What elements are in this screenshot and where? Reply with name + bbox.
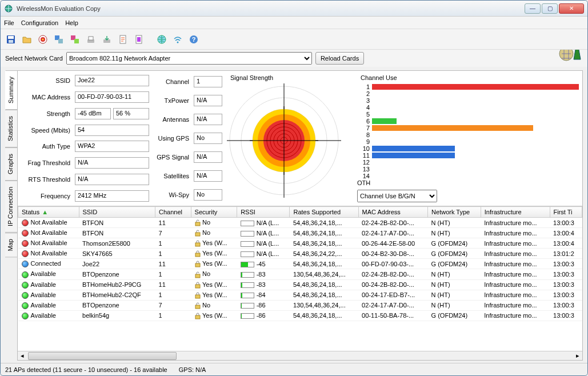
toolbar: ? xyxy=(1,29,587,50)
save-icon[interactable] xyxy=(4,33,18,46)
freq-label: Frequency xyxy=(21,193,73,199)
radio-fields: Channel1 TxPowerN/A AntennasN/A Using GP… xyxy=(154,74,222,202)
open-icon[interactable] xyxy=(20,33,34,46)
tool6-icon[interactable] xyxy=(84,33,98,46)
tool7-icon[interactable] xyxy=(100,33,114,46)
svg-rect-39 xyxy=(195,233,200,236)
tool5-icon[interactable] xyxy=(68,33,82,46)
select-adapter-label: Select Network Card xyxy=(5,55,63,62)
speed-label: Speed (Mbits) xyxy=(21,127,73,134)
help-icon[interactable]: ? xyxy=(187,33,201,46)
status-dot-icon xyxy=(22,313,29,319)
lock-icon xyxy=(194,261,201,267)
adapter-select[interactable]: Broadcom 802.11g Network Adapter xyxy=(66,52,312,65)
rssi-meter xyxy=(241,282,254,288)
frag-value: N/A xyxy=(75,157,149,169)
svg-rect-47 xyxy=(195,315,200,319)
channel-num: 14 xyxy=(357,173,372,179)
col-status[interactable]: Status▲ xyxy=(18,207,79,218)
menu-file[interactable]: File xyxy=(4,19,14,26)
gps-label: Using GPS xyxy=(154,135,191,142)
maximize-button[interactable]: ▢ xyxy=(542,3,558,14)
channel-num: 4 xyxy=(357,104,372,111)
svg-rect-3 xyxy=(9,40,13,43)
channel-value: 1 xyxy=(194,76,222,87)
speed-value: 54 xyxy=(75,125,149,136)
ssid-label: SSID xyxy=(21,77,73,84)
svg-rect-8 xyxy=(58,39,63,43)
col-first-time[interactable]: First Ti xyxy=(550,207,582,218)
signal-radar-icon xyxy=(227,83,341,198)
antennas-label: Antennas xyxy=(154,116,191,123)
table-row[interactable]: AvailableBTHomeHub2-P9CG11Yes (W...-8354… xyxy=(18,279,582,290)
tab-summary[interactable]: Summary xyxy=(5,70,18,110)
horizontal-scrollbar[interactable]: ◂ ▸ xyxy=(18,351,582,360)
globe-icon[interactable] xyxy=(155,33,169,46)
tab-ip-connection[interactable]: IP Connection xyxy=(5,181,18,233)
freq-value: 2412 MHz xyxy=(75,190,149,202)
minimize-button[interactable]: — xyxy=(525,3,541,14)
channel-num: 2 xyxy=(357,90,372,97)
col-security[interactable]: Security xyxy=(191,207,237,218)
channel-num: 8 xyxy=(357,131,372,138)
rssi-meter xyxy=(241,231,254,237)
satellites-label: Satellites xyxy=(154,173,191,179)
tab-map[interactable]: Map xyxy=(5,233,18,257)
app-window: WirelessMon Evaluation Copy — ▢ ✕ File C… xyxy=(0,0,588,376)
rssi-meter xyxy=(241,262,254,267)
table-row[interactable]: AvailableBTOpenzone1No-83130,54,48,36,24… xyxy=(18,269,582,279)
close-button[interactable]: ✕ xyxy=(559,3,584,14)
svg-rect-10 xyxy=(74,39,79,43)
channel-label: Channel xyxy=(154,78,191,85)
connection-fields: SSIDJoe22 MAC Address00-FD-07-90-03-11 S… xyxy=(21,74,149,202)
table-row[interactable]: Not AvailableSKY476651Yes (W...N/A (L...… xyxy=(18,249,582,259)
svg-point-18 xyxy=(177,41,179,43)
tool4-icon[interactable] xyxy=(52,33,66,46)
auth-label: Auth Type xyxy=(21,143,73,150)
channel-bar xyxy=(372,118,397,124)
ap-grid[interactable]: Status▲ SSID Channel Security RSSI Rates… xyxy=(18,206,582,351)
col-mac[interactable]: MAC Address xyxy=(358,207,428,218)
tool9-icon[interactable] xyxy=(132,33,146,46)
table-row[interactable]: AvailableBTOpenzone7No-86130,54,48,36,24… xyxy=(18,300,582,310)
channel-num: 3 xyxy=(357,97,372,104)
menu-help[interactable]: Help xyxy=(65,19,78,26)
svg-rect-38 xyxy=(195,222,200,226)
rssi-meter xyxy=(241,241,254,247)
svg-rect-40 xyxy=(195,243,200,246)
svg-rect-44 xyxy=(195,285,200,288)
table-row[interactable]: Availablebelkin54g1Yes (W...-8654,48,36,… xyxy=(18,310,582,321)
col-rates[interactable]: Rates Supported xyxy=(290,207,358,218)
col-channel[interactable]: Channel xyxy=(155,207,191,218)
channel-num: 13 xyxy=(357,166,372,173)
channel-num: 7 xyxy=(357,125,372,131)
col-ssid[interactable]: SSID xyxy=(79,207,155,218)
strength-dbm: -45 dBm xyxy=(75,108,111,119)
table-row[interactable]: Not AvailableThomson2E58001Yes (W...N/A … xyxy=(18,238,582,249)
summary-panel: SSIDJoe22 MAC Address00-FD-07-90-03-11 S… xyxy=(17,70,583,361)
txpower-label: TxPower xyxy=(154,97,191,104)
tab-statistics[interactable]: Statistics xyxy=(5,110,18,147)
txpower-value: N/A xyxy=(194,95,222,106)
status-dot-icon xyxy=(22,261,29,267)
channel-use-select[interactable]: Channel Use B/G/N xyxy=(357,190,437,202)
table-row[interactable]: ConnectedJoe2211Yes (W...-4554,48,36,24,… xyxy=(18,259,582,269)
antennas-value: N/A xyxy=(194,114,222,125)
svg-rect-2 xyxy=(8,36,14,39)
reload-cards-button[interactable]: Reload Cards xyxy=(315,52,364,65)
col-rssi[interactable]: RSSI xyxy=(237,207,290,218)
wifi-icon[interactable] xyxy=(171,33,185,46)
table-row[interactable]: AvailableBTHomeHub2-C2QF1Yes (W...-8454,… xyxy=(18,290,582,300)
tab-graphs[interactable]: Graphs xyxy=(5,147,18,181)
target-icon[interactable] xyxy=(36,33,50,46)
table-row[interactable]: Not AvailableBTFON7NoN/A (L...54,48,36,2… xyxy=(18,228,582,238)
rssi-meter xyxy=(241,303,254,309)
col-infrastructure[interactable]: Infrastructure xyxy=(481,207,550,218)
channel-use-box: Channel Use 1234567891011121314OTH Chann… xyxy=(357,74,579,202)
tool8-icon[interactable] xyxy=(116,33,130,46)
col-network-type[interactable]: Network Type xyxy=(428,207,481,218)
table-row[interactable]: Not AvailableBTFON11NoN/A (L...54,48,36,… xyxy=(18,218,582,228)
channel-num: 9 xyxy=(357,138,372,145)
menu-configuration[interactable]: Configuration xyxy=(21,19,58,26)
lock-icon xyxy=(194,313,201,319)
